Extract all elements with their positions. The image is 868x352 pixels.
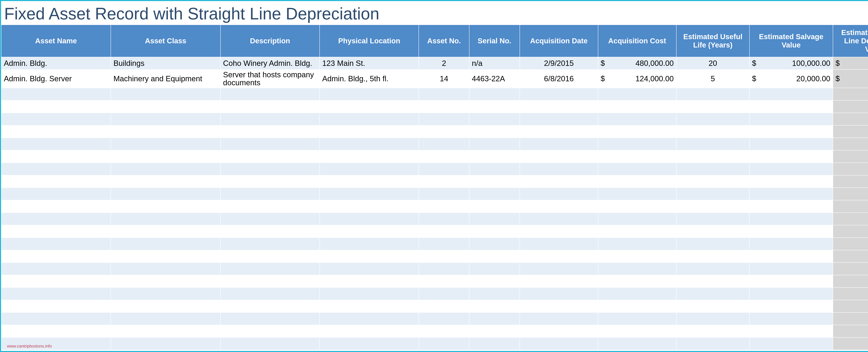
table-cell[interactable]: [833, 225, 868, 238]
table-cell[interactable]: [676, 200, 749, 213]
table-cell[interactable]: [1, 275, 111, 287]
table-cell[interactable]: [319, 188, 419, 200]
table-cell[interactable]: [833, 338, 868, 350]
table-cell[interactable]: [319, 338, 419, 350]
table-cell[interactable]: [419, 113, 469, 125]
col-useful-life[interactable]: Estimated Useful Life (Years): [676, 25, 749, 57]
table-cell[interactable]: [598, 113, 676, 125]
table-cell[interactable]: [1, 88, 111, 100]
table-cell[interactable]: [749, 287, 833, 300]
table-cell[interactable]: [419, 325, 469, 338]
table-cell[interactable]: [469, 287, 520, 300]
table-cell[interactable]: [676, 163, 749, 175]
table-cell[interactable]: [520, 175, 598, 188]
table-cell[interactable]: [419, 188, 469, 200]
table-cell[interactable]: [111, 287, 220, 300]
table-cell[interactable]: [520, 188, 598, 200]
table-cell[interactable]: [419, 275, 469, 287]
table-cell[interactable]: [469, 88, 520, 100]
table-cell[interactable]: [520, 300, 598, 313]
table-cell[interactable]: [1, 113, 111, 125]
table-cell[interactable]: [520, 88, 598, 100]
table-cell[interactable]: [676, 313, 749, 325]
table-cell[interactable]: 123 Main St.: [319, 57, 419, 70]
table-cell[interactable]: [676, 325, 749, 338]
table-cell[interactable]: [111, 175, 220, 188]
table-cell[interactable]: [220, 150, 319, 163]
col-asset-no[interactable]: Asset No.: [419, 25, 469, 57]
table-cell[interactable]: [319, 200, 419, 213]
table-cell[interactable]: Admin. Bldg. Server: [1, 70, 111, 88]
table-cell[interactable]: [469, 262, 520, 275]
table-cell[interactable]: $124,000.00: [598, 70, 676, 88]
table-cell[interactable]: [469, 188, 520, 200]
table-cell[interactable]: [469, 150, 520, 163]
table-cell[interactable]: [520, 113, 598, 125]
table-cell[interactable]: [319, 287, 419, 300]
table-cell[interactable]: [833, 150, 868, 163]
table-cell[interactable]: [676, 88, 749, 100]
table-cell[interactable]: [220, 138, 319, 150]
table-cell[interactable]: [220, 113, 319, 125]
table-cell[interactable]: [220, 200, 319, 213]
table-cell[interactable]: [520, 338, 598, 350]
table-cell[interactable]: [1, 300, 111, 313]
table-cell[interactable]: [220, 338, 319, 350]
table-cell[interactable]: [319, 100, 419, 113]
col-acq-cost[interactable]: Acquisition Cost: [598, 25, 676, 57]
table-cell[interactable]: [520, 125, 598, 138]
table-cell[interactable]: [833, 113, 868, 125]
table-cell[interactable]: [749, 225, 833, 238]
table-cell[interactable]: [676, 175, 749, 188]
table-cell[interactable]: [833, 287, 868, 300]
table-cell[interactable]: [520, 275, 598, 287]
table-cell[interactable]: [520, 163, 598, 175]
table-cell[interactable]: [419, 238, 469, 250]
table-cell[interactable]: 20: [676, 57, 749, 70]
table-cell[interactable]: [220, 125, 319, 138]
table-cell[interactable]: [419, 213, 469, 225]
table-cell[interactable]: [111, 250, 220, 262]
table-cell[interactable]: Admin. Bldg., 5th fl.: [319, 70, 419, 88]
table-cell[interactable]: [319, 313, 419, 325]
table-cell[interactable]: [676, 250, 749, 262]
table-cell[interactable]: 14: [419, 70, 469, 88]
table-cell[interactable]: [469, 300, 520, 313]
table-cell[interactable]: [598, 188, 676, 200]
table-cell[interactable]: [1, 150, 111, 163]
col-acq-date[interactable]: Acquisition Date: [520, 25, 598, 57]
table-cell[interactable]: [111, 88, 220, 100]
table-cell[interactable]: $480,000.00: [598, 57, 676, 70]
table-cell[interactable]: [598, 225, 676, 238]
table-cell[interactable]: [749, 175, 833, 188]
table-cell[interactable]: [749, 163, 833, 175]
table-cell[interactable]: [1, 238, 111, 250]
table-cell[interactable]: [749, 100, 833, 113]
table-cell[interactable]: [833, 163, 868, 175]
table-cell[interactable]: [220, 188, 319, 200]
table-cell[interactable]: Machinery and Equipment: [111, 70, 220, 88]
table-cell[interactable]: [469, 250, 520, 262]
table-cell[interactable]: $100,000.00: [749, 57, 833, 70]
table-cell[interactable]: [833, 200, 868, 213]
table-cell[interactable]: [419, 150, 469, 163]
col-location[interactable]: Physical Location: [319, 25, 419, 57]
table-cell[interactable]: [419, 250, 469, 262]
table-cell[interactable]: $20,000.00: [749, 70, 833, 88]
table-cell[interactable]: [469, 275, 520, 287]
table-cell[interactable]: [676, 150, 749, 163]
table-cell[interactable]: [319, 250, 419, 262]
table-cell[interactable]: [1, 313, 111, 325]
table-cell[interactable]: 2/9/2015: [520, 57, 598, 70]
table-cell[interactable]: Server that hosts company documents: [220, 70, 319, 88]
table-cell[interactable]: [833, 300, 868, 313]
table-cell[interactable]: 4463-22A: [469, 70, 520, 88]
table-cell[interactable]: [833, 325, 868, 338]
table-cell[interactable]: [111, 150, 220, 163]
table-cell[interactable]: [111, 188, 220, 200]
table-cell[interactable]: [598, 313, 676, 325]
table-cell[interactable]: [469, 338, 520, 350]
table-cell[interactable]: [833, 138, 868, 150]
table-cell[interactable]: [598, 88, 676, 100]
table-cell[interactable]: 2: [419, 57, 469, 70]
